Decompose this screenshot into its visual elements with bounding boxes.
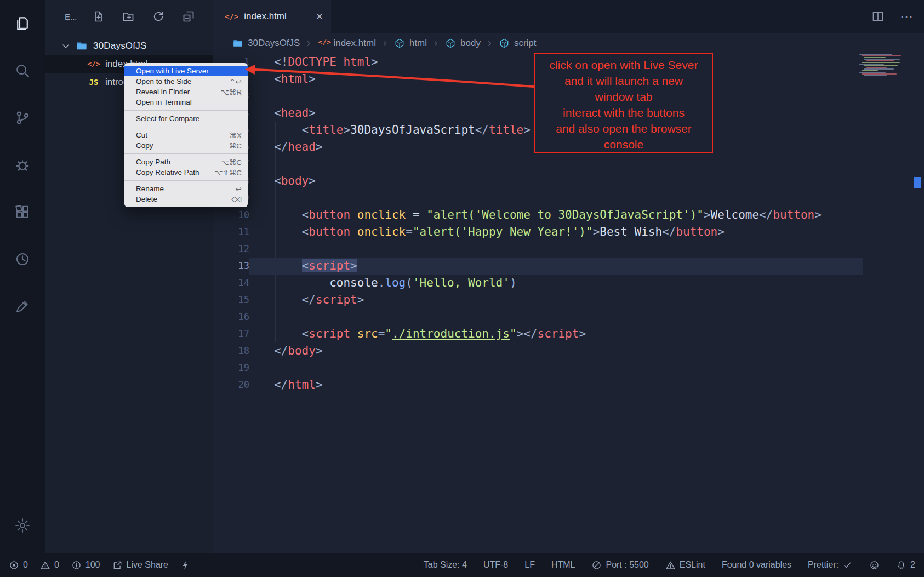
status-item-bolt[interactable] <box>180 560 191 570</box>
status-item-port-5500[interactable]: Port : 5500 <box>591 560 648 570</box>
menu-item-label: Reveal in Finder <box>136 88 190 96</box>
menu-item-delete[interactable]: Delete⌫ <box>124 194 248 204</box>
breadcrumb-label: index.html <box>333 38 375 49</box>
activity-feedback-button[interactable] <box>0 283 45 330</box>
status-item-label: Port : 5500 <box>606 560 648 570</box>
menu-separator <box>124 127 248 127</box>
warning-icon <box>665 560 676 570</box>
status-item-utf-8[interactable]: UTF-8 <box>483 560 508 570</box>
activity-run-debug-button[interactable] <box>0 141 45 188</box>
chevron-right-icon <box>381 39 389 48</box>
code-line-9: 9 <box>213 190 863 207</box>
activity-settings-button[interactable] <box>0 506 45 545</box>
status-item-label: 0 <box>54 560 59 570</box>
status-item-lf[interactable]: LF <box>524 560 535 570</box>
line-number: 20 <box>213 376 249 393</box>
menu-item-copy-relative-path[interactable]: Copy Relative Path⌥⇧⌘C <box>124 167 248 178</box>
menu-item-open-with-live-server[interactable]: Open with Live Server <box>124 66 248 76</box>
menu-item-open-in-terminal[interactable]: Open in Terminal <box>124 97 248 107</box>
collapse-all-icon[interactable] <box>182 10 195 23</box>
new-file-icon[interactable] <box>92 10 105 23</box>
status-right: Tab Size: 4UTF-8LFHTMLPort : 5500ESLintF… <box>424 560 915 570</box>
html-file-icon: </> <box>225 12 238 21</box>
activity-explorer-button[interactable] <box>0 0 45 47</box>
bell-icon <box>896 560 906 570</box>
annotation-text-line: console <box>535 136 712 152</box>
minimap[interactable] <box>859 54 910 77</box>
status-item-2[interactable]: 2 <box>896 560 915 570</box>
code-line-14: 14 console.log('Hello, World') <box>213 275 863 292</box>
menu-item-rename[interactable]: Rename↩ <box>124 184 248 194</box>
minimap-line <box>862 55 901 56</box>
tab-bar: </> index.html ✕ ⋯ <box>213 0 924 33</box>
code-line-17: 17 <script src="./introduction.js"></scr… <box>213 325 863 342</box>
status-item-smiley[interactable] <box>869 560 880 570</box>
status-item-100[interactable]: 100 <box>71 560 100 570</box>
minimap-line <box>866 60 894 61</box>
menu-item-label: Cut <box>136 131 147 139</box>
folder-row-30daysofjs[interactable]: 30DaysOfJS <box>45 37 213 55</box>
menu-item-shortcut: ⌫ <box>231 195 242 204</box>
more-actions-icon[interactable]: ⋯ <box>900 10 914 23</box>
code-text: <title>30DaysOfJavaScript</title> <box>249 122 531 139</box>
status-item-found-0-variables[interactable]: Found 0 variables <box>722 560 791 570</box>
activity-source-control-button[interactable] <box>0 94 45 141</box>
breadcrumb: 30DaysOfJS</>index.htmlhtmlbodyscript <box>213 33 924 54</box>
annotation-text-line: window tab <box>535 89 712 105</box>
status-item-label: 2 <box>910 560 915 570</box>
code-text: </html> <box>249 376 323 393</box>
vscode-window: E... 30DaysOfJS </>index.htmlJSintroduct… <box>0 0 924 577</box>
menu-item-open-to-the-side[interactable]: Open to the Side⌃↩ <box>124 76 248 87</box>
breadcrumb-item-script[interactable]: script <box>499 38 537 49</box>
live-share-icon <box>112 560 123 570</box>
new-folder-icon[interactable] <box>122 10 135 23</box>
breadcrumb-item-body[interactable]: body <box>445 38 481 49</box>
code-text: <body> <box>249 173 316 190</box>
code-line-8: 8<body> <box>213 173 863 190</box>
status-item-0[interactable]: 0 <box>40 560 59 570</box>
activity-extensions-button[interactable] <box>0 188 45 236</box>
minimap-line <box>866 67 887 68</box>
line-number: 16 <box>213 309 249 325</box>
breadcrumb-item-html[interactable]: html <box>394 38 427 49</box>
code-text <box>249 88 274 105</box>
menu-item-copy[interactable]: Copy⌘C <box>124 140 248 151</box>
breadcrumb-item-30daysofjs[interactable]: 30DaysOfJS <box>232 38 300 49</box>
circle-slash-icon <box>591 560 602 570</box>
menu-separator <box>124 180 248 181</box>
folder-icon <box>76 40 88 52</box>
activity-bar-bottom <box>0 506 45 545</box>
menu-item-reveal-in-finder[interactable]: Reveal in Finder⌥⌘R <box>124 87 248 97</box>
refresh-icon[interactable] <box>152 10 165 23</box>
close-tab-icon[interactable]: ✕ <box>316 11 323 22</box>
line-number: 19 <box>213 359 249 376</box>
line-number: 18 <box>213 342 249 359</box>
menu-item-cut[interactable]: Cut⌘X <box>124 130 248 140</box>
status-item-prettier-[interactable]: Prettier: <box>808 560 853 570</box>
smiley-icon <box>869 560 880 570</box>
menu-item-copy-path[interactable]: Copy Path⌥⌘C <box>124 157 248 167</box>
menu-item-shortcut: ⌥⌘C <box>220 158 242 167</box>
status-item-tab-size-4[interactable]: Tab Size: 4 <box>424 560 467 570</box>
status-item-live-share[interactable]: Live Share <box>112 560 169 570</box>
activity-search-button[interactable] <box>0 47 45 94</box>
code-text: <!DOCTYPE html> <box>249 54 378 71</box>
code-text: console.log('Hello, World') <box>249 275 517 292</box>
status-item-label: ESLint <box>680 560 705 570</box>
code-line-13: 13 <script> <box>213 258 863 275</box>
status-item-eslint[interactable]: ESLint <box>665 560 705 570</box>
context-menu: Open with Live ServerOpen to the Side⌃↩R… <box>124 63 248 207</box>
minimap-line <box>862 73 897 75</box>
menu-item-shortcut: ⌘X <box>229 131 242 140</box>
search-icon <box>14 62 31 79</box>
split-editor-icon[interactable] <box>871 10 885 23</box>
activity-history-button[interactable] <box>0 236 45 283</box>
tab-index-html[interactable]: </> index.html ✕ <box>213 0 331 33</box>
status-item-html[interactable]: HTML <box>551 560 575 570</box>
html-file-icon: </> <box>318 38 329 49</box>
chevron-down-icon <box>60 41 71 52</box>
menu-item-select-for-compare[interactable]: Select for Compare <box>124 113 248 124</box>
line-number: 15 <box>213 292 249 309</box>
status-item-0[interactable]: 0 <box>9 560 28 570</box>
breadcrumb-item-index-html[interactable]: </>index.html <box>318 38 375 49</box>
